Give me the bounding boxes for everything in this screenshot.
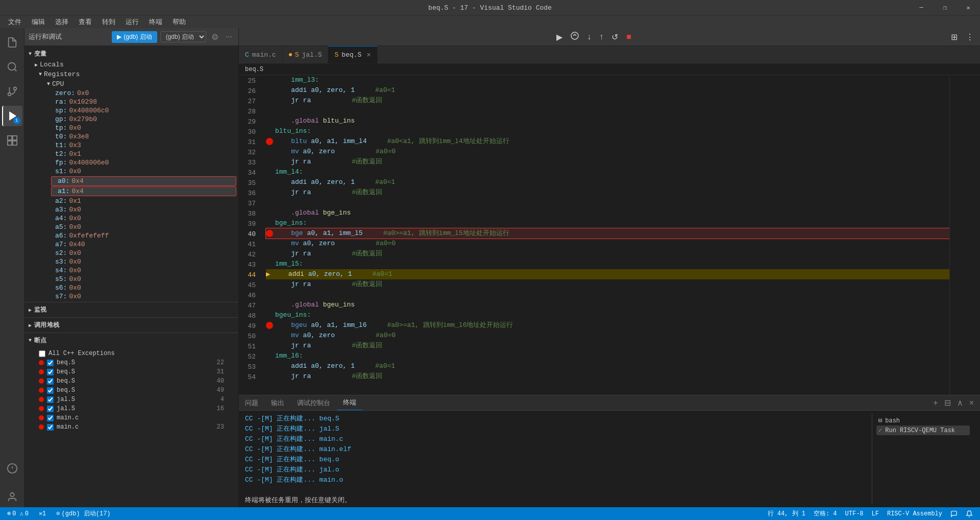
bp-check[interactable]: [47, 396, 54, 403]
tab-beq-s[interactable]: S beq.S ×: [328, 46, 377, 63]
bp-exception-check[interactable]: [39, 350, 45, 357]
bash-task[interactable]: ⊟ bash: [876, 416, 970, 426]
bp-jal-16[interactable]: jal.S 16: [33, 404, 230, 413]
account-icon[interactable]: [2, 487, 22, 507]
tab-terminal[interactable]: 终端: [337, 395, 363, 410]
explorer-icon[interactable]: [2, 32, 22, 53]
maximize-panel-button[interactable]: ∧: [955, 397, 965, 409]
debug-stepout-button[interactable]: ↑: [597, 31, 605, 42]
bp-beq-40[interactable]: beq.S 40: [33, 376, 230, 386]
bp-main-c-23[interactable]: main.c 23: [33, 422, 230, 432]
debug-continue-button[interactable]: ▶: [554, 31, 565, 43]
reg-s4[interactable]: s4:0x0: [49, 266, 238, 275]
debug-stepover-button[interactable]: [569, 31, 581, 43]
reg-t2[interactable]: t2:0x1: [49, 150, 238, 158]
menu-run[interactable]: 运行: [121, 16, 143, 28]
status-encoding[interactable]: UTF-8: [842, 510, 867, 517]
reg-a2[interactable]: a2:0x1: [49, 197, 238, 205]
reg-t0[interactable]: t0:0x3e8: [49, 132, 238, 141]
cpu-header[interactable]: ▼ CPU: [41, 79, 238, 89]
code-editor[interactable]: 25 26 27 28 29 30 31 32 33 34 35 36 37 3…: [239, 75, 980, 395]
status-errors[interactable]: ⊗ 0 ⚠ 0: [4, 510, 32, 517]
debug-stop-button[interactable]: ■: [624, 31, 633, 42]
reg-s1[interactable]: s1:0x0: [49, 167, 238, 176]
bp-beq-49[interactable]: beq.S 49: [33, 386, 230, 395]
reg-ra[interactable]: ra:0x10298: [49, 98, 238, 106]
status-language[interactable]: RISC-V Assembly: [884, 510, 945, 517]
reg-s5[interactable]: s5:0x0: [49, 275, 238, 283]
status-debug-session[interactable]: ⊙ (gdb) 启动(17): [53, 509, 113, 518]
status-notification-icon[interactable]: [963, 510, 976, 517]
bp-check[interactable]: [47, 378, 54, 385]
source-control-icon[interactable]: [2, 81, 22, 102]
debug-stepin-button[interactable]: ↓: [585, 31, 593, 42]
terminal-left[interactable]: CC -[M] 正在构建... beq.S CC -[M] 正在构建... ja…: [245, 414, 872, 504]
reg-gp[interactable]: gp:0x279b0: [49, 115, 238, 124]
bp-check[interactable]: [47, 415, 54, 421]
debug-more-button[interactable]: ···: [224, 31, 234, 42]
remote-icon[interactable]: [2, 458, 22, 479]
restore-button[interactable]: ❐: [933, 0, 957, 15]
editor-split-button[interactable]: ⋮: [964, 31, 976, 43]
reg-s6[interactable]: s6:0x0: [49, 283, 238, 292]
tab-jal-s[interactable]: S jal.S: [283, 46, 329, 63]
close-panel-button[interactable]: ×: [967, 397, 976, 409]
reg-a6[interactable]: a6:0xfefefeff: [49, 231, 238, 240]
menu-edit[interactable]: 编辑: [28, 16, 49, 28]
menu-terminal[interactable]: 终端: [145, 16, 166, 28]
reg-zero[interactable]: zero:0x0: [49, 89, 238, 98]
status-spaces[interactable]: 空格: 4: [811, 509, 840, 518]
bp-main-c[interactable]: main.c: [33, 413, 230, 422]
registers-header[interactable]: ▼ Registers: [33, 69, 238, 79]
status-line-col[interactable]: 行 44, 列 1: [765, 509, 808, 518]
reg-a0[interactable]: a0:0x4: [51, 176, 236, 186]
new-terminal-button[interactable]: +: [931, 397, 940, 409]
reg-fp[interactable]: fp:0x408006e0: [49, 158, 238, 167]
bp-check[interactable]: [47, 406, 54, 412]
reg-s2[interactable]: s2:0x0: [49, 249, 238, 257]
tab-close-button[interactable]: ×: [366, 52, 371, 59]
reg-s3[interactable]: s3:0x0: [49, 257, 238, 266]
extensions-icon[interactable]: [2, 130, 22, 151]
bp-check[interactable]: [47, 387, 54, 394]
reg-a1[interactable]: a1:0x4: [51, 186, 236, 196]
gdb-start-button[interactable]: ▶ (gdb) 启动: [112, 31, 157, 43]
debug-config-select[interactable]: (gdb) 启动: [160, 31, 206, 42]
locals-header[interactable]: ▶ Locals: [29, 60, 238, 69]
call-stack-header[interactable]: ▶ 调用堆栈: [24, 318, 238, 333]
search-icon[interactable]: [2, 57, 22, 77]
watch-header[interactable]: ▶ 监视: [24, 302, 238, 317]
menu-goto[interactable]: 转到: [98, 16, 119, 28]
status-breakpoints[interactable]: ✕1: [36, 510, 49, 517]
riscv-task[interactable]: ✓ Run RISCV-QEMU Task: [876, 426, 970, 435]
debug-icon[interactable]: 1: [2, 106, 22, 126]
reg-s7[interactable]: s7:0x0: [49, 292, 238, 301]
tab-output[interactable]: 输出: [265, 395, 291, 410]
menu-file[interactable]: 文件: [4, 16, 26, 28]
reg-t1[interactable]: t1:0x3: [49, 141, 238, 150]
reg-sp[interactable]: sp:0x408006c0: [49, 106, 238, 115]
breakpoints-header[interactable]: ▼ 断点: [24, 333, 238, 348]
tab-main-c[interactable]: C main.c: [239, 46, 283, 63]
reg-a7[interactable]: a7:0x40: [49, 240, 238, 249]
bp-beq-22[interactable]: beq.S 22: [33, 358, 230, 367]
code-content[interactable]: imm_l3: addi a0, zero, 1 #a0=1 jr ra #函数…: [262, 75, 949, 395]
reg-tp[interactable]: tp:0x0: [49, 124, 238, 132]
bp-check[interactable]: [47, 424, 54, 431]
debug-restart-button[interactable]: ↺: [609, 31, 620, 43]
editor-layout-button[interactable]: ⊞: [949, 31, 960, 43]
variables-header[interactable]: ▼ 变量: [24, 48, 238, 60]
menu-view[interactable]: 查看: [75, 16, 96, 28]
reg-a3[interactable]: a3:0x0: [49, 205, 238, 214]
status-eol[interactable]: LF: [869, 510, 882, 517]
split-terminal-button[interactable]: ⊟: [942, 397, 953, 409]
menu-select[interactable]: 选择: [51, 16, 72, 28]
reg-a4[interactable]: a4:0x0: [49, 214, 238, 223]
tab-problems[interactable]: 问题: [239, 395, 265, 410]
minimize-button[interactable]: —: [910, 0, 933, 15]
close-button[interactable]: ✕: [957, 0, 980, 15]
bp-check[interactable]: [47, 360, 54, 366]
menu-help[interactable]: 帮助: [168, 16, 190, 28]
debug-config-button[interactable]: ⚙: [209, 31, 220, 43]
bp-jal-4[interactable]: jal.S 4: [33, 395, 230, 404]
